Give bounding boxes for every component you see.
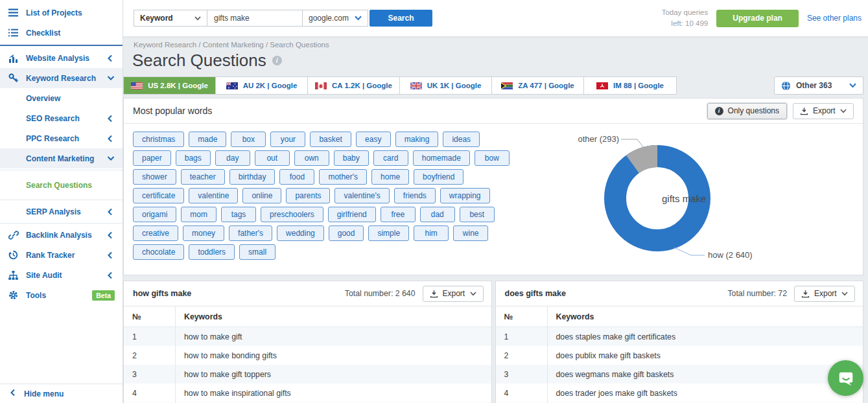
country-tabs: US 2.8K | GoogleAU 2K | GoogleCA 1.2K | … — [123, 76, 677, 95]
word-chip[interactable]: father's — [229, 225, 272, 241]
keyword-cell[interactable]: how to make inspirational gifts — [176, 389, 291, 398]
chat-widget-button[interactable] — [828, 360, 863, 396]
keyword-cell[interactable]: how to make gift toppers — [176, 370, 271, 379]
tab-za[interactable]: ZA 477 | Google — [492, 77, 584, 94]
word-chip[interactable]: online — [242, 188, 281, 203]
word-chip[interactable]: card — [373, 150, 408, 166]
word-chip[interactable]: boyfriend — [414, 169, 463, 185]
main-area: Keyword google.com Search Today queries … — [123, 0, 868, 403]
tab-label: IM 88 | Google — [613, 82, 664, 89]
word-chip[interactable]: girlfriend — [328, 207, 376, 222]
word-chip[interactable]: wedding — [277, 225, 324, 241]
tab-im[interactable]: IM 88 | Google — [584, 77, 676, 94]
export-button[interactable]: Export — [423, 286, 484, 302]
word-chip[interactable]: own — [294, 150, 329, 166]
word-chip[interactable]: making — [395, 132, 439, 147]
sidebar-item-site-audit[interactable]: Site Audit — [0, 265, 123, 285]
word-chip[interactable]: free — [381, 207, 416, 222]
word-chip[interactable]: out — [255, 150, 290, 166]
sidebar-item-label: Website Analysis — [26, 54, 107, 63]
word-chip[interactable]: chocolate — [133, 244, 184, 260]
see-other-plans-link[interactable]: See other plans — [807, 14, 862, 23]
sidebar-item-list-of-projects[interactable]: List of Projects — [0, 3, 123, 23]
other-countries-dropdown[interactable]: Other 363 — [774, 76, 863, 95]
word-chip[interactable]: baby — [334, 150, 369, 166]
keyword-cell[interactable]: how to make gift — [176, 332, 242, 341]
only-questions-button[interactable]: i Only questions — [707, 103, 787, 119]
hide-menu-button[interactable]: Hide menu — [0, 384, 123, 403]
word-chip[interactable]: good — [329, 225, 364, 241]
word-chip[interactable]: him — [414, 225, 449, 241]
sidebar-item-overview[interactable]: Overview — [0, 88, 123, 108]
keyword-type-select[interactable]: Keyword — [134, 10, 207, 27]
export-button[interactable]: Export — [794, 286, 855, 302]
upgrade-plan-button[interactable]: Upgrade plan — [716, 10, 799, 27]
tab-au[interactable]: AU 2K | Google — [216, 77, 308, 94]
blank-icon — [8, 180, 19, 190]
donut-label-how: how (2 640) — [708, 250, 753, 260]
word-chip[interactable]: small — [239, 244, 276, 260]
word-chip[interactable]: box — [231, 132, 266, 147]
sidebar-item-tools[interactable]: ToolsBeta — [0, 285, 123, 305]
word-chip[interactable]: preschoolers — [261, 207, 323, 222]
sidebar-item-rank-tracker[interactable]: Rank Tracker — [0, 245, 123, 265]
word-chip[interactable]: wine — [453, 225, 488, 241]
word-chip[interactable]: home — [371, 169, 409, 185]
word-chip[interactable]: simple — [368, 225, 409, 241]
sidebar-item-serp-analysis[interactable]: SERP Analysis — [0, 202, 123, 222]
sidebar-item-website-analysis[interactable]: Website Analysis — [0, 48, 123, 68]
word-chip[interactable]: basket — [310, 132, 351, 147]
word-chip[interactable]: your — [270, 132, 305, 147]
word-chip[interactable]: certificate — [133, 188, 184, 203]
tab-ca[interactable]: CA 1.2K | Google — [308, 77, 400, 94]
word-chip[interactable]: homemade — [413, 150, 470, 166]
word-chip[interactable]: mom — [181, 207, 217, 222]
word-chip[interactable]: parents — [286, 188, 330, 203]
word-chip[interactable]: best — [460, 207, 495, 222]
word-chip[interactable]: shower — [133, 169, 176, 185]
sidebar-item-keyword-research[interactable]: Keyword Research — [0, 68, 123, 88]
search-input[interactable] — [207, 10, 303, 27]
word-chip[interactable]: tags — [221, 207, 256, 222]
sidebar-item-checklist[interactable]: Checklist — [0, 23, 123, 43]
export-button[interactable]: Export — [793, 103, 854, 119]
sidebar-item-seo-research[interactable]: SEO Research — [0, 108, 123, 128]
keyword-cell[interactable]: does staples make gift certificates — [548, 332, 676, 341]
word-chip[interactable]: paper — [133, 150, 171, 166]
keyword-cell[interactable]: does wegmans make gift baskets — [548, 370, 674, 379]
keyword-cell[interactable]: does trader joes make gift baskets — [548, 389, 677, 398]
table-row: 2how to make bonding gifts — [124, 346, 491, 365]
search-button[interactable]: Search — [369, 10, 432, 27]
keyword-cell[interactable]: how to make bonding gifts — [176, 351, 277, 360]
word-chip[interactable]: birthday — [229, 169, 276, 185]
word-chip[interactable]: valentine — [189, 188, 238, 203]
sidebar-item-content-marketing[interactable]: Content Marketing — [0, 148, 123, 168]
word-chip[interactable]: teacher — [181, 169, 225, 185]
sidebar-item-search-questions[interactable]: Search Questions — [0, 175, 123, 195]
word-chip[interactable]: food — [279, 169, 314, 185]
word-chip[interactable]: wrapping — [440, 188, 490, 203]
sidebar-item-ppc-research[interactable]: PPC Research — [0, 128, 123, 148]
tab-uk[interactable]: UK 1K | Google — [400, 77, 492, 94]
word-chip[interactable]: ideas — [443, 132, 480, 147]
word-chip[interactable]: valentine's — [334, 188, 389, 203]
word-chip[interactable]: toddlers — [189, 244, 235, 260]
word-chip[interactable]: easy — [356, 132, 391, 147]
search-engine-select[interactable]: google.com — [302, 10, 368, 27]
info-icon[interactable]: i — [272, 56, 282, 65]
word-chip[interactable]: creative — [133, 225, 178, 241]
word-chip[interactable]: bags — [176, 150, 211, 166]
word-chip[interactable]: day — [215, 150, 250, 166]
word-chip[interactable]: mother's — [319, 169, 367, 185]
word-chip[interactable]: dad — [420, 207, 455, 222]
word-chip[interactable]: money — [183, 225, 224, 241]
sidebar-item-backlink-analysis[interactable]: Backlink Analysis — [0, 225, 123, 245]
word-chip[interactable]: christmas — [133, 132, 184, 147]
word-chip[interactable]: origami — [133, 207, 176, 222]
tab-us[interactable]: US 2.8K | Google — [124, 77, 216, 94]
flag-ca-icon — [315, 82, 327, 89]
word-chip[interactable]: friends — [394, 188, 436, 203]
word-chip[interactable]: bow — [475, 150, 510, 166]
word-chip[interactable]: made — [189, 132, 226, 147]
keyword-cell[interactable]: does publix make gift baskets — [548, 351, 661, 360]
